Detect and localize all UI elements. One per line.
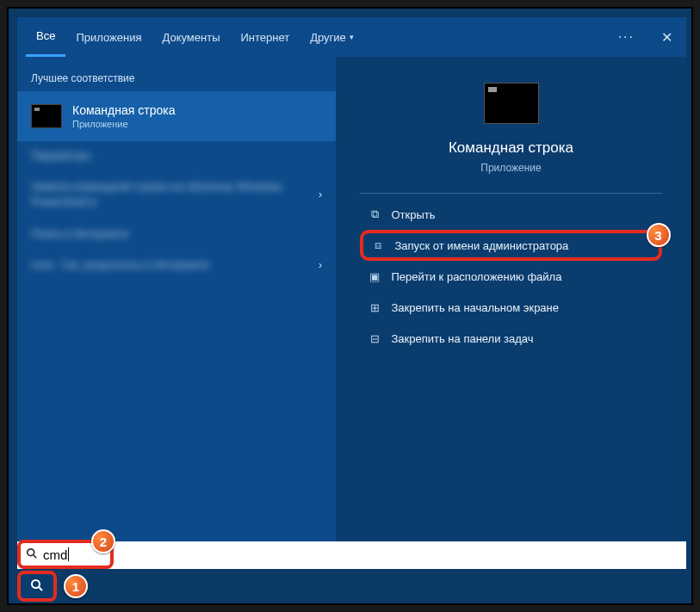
settings-result-text: Замена командной строки на оболочку Wind…: [31, 179, 319, 210]
tab-documents[interactable]: Документы: [152, 17, 230, 57]
preview-pane: Командная строка Приложение ⧉ Открыть ⧈ …: [336, 57, 686, 551]
action-run-as-admin[interactable]: ⧈ Запуск от имени администратора 3: [360, 230, 661, 261]
tab-apps[interactable]: Приложения: [65, 17, 152, 57]
preview-app-icon: [484, 83, 539, 124]
action-open[interactable]: ⧉ Открыть: [360, 199, 661, 230]
search-bar[interactable]: cmd: [17, 541, 686, 569]
settings-header: Параметры: [17, 141, 336, 170]
action-list: ⧉ Открыть ⧈ Запуск от имени администрато…: [360, 199, 661, 354]
taskbar-search-button[interactable]: 1: [17, 571, 57, 602]
text-cursor: [68, 547, 69, 561]
web-header: Поиск в Интернете: [17, 219, 336, 249]
tab-more[interactable]: Другие ▾: [300, 17, 364, 57]
search-icon: [26, 547, 38, 562]
svg-point-2: [32, 580, 40, 588]
best-match-header: Лучшее соответствие: [17, 65, 336, 91]
action-label: Открыть: [391, 208, 435, 221]
action-open-location[interactable]: ▣ Перейти к расположению файла: [360, 261, 661, 292]
preview-title: Командная строка: [449, 139, 573, 157]
result-subtitle: Приложение: [72, 119, 175, 129]
open-icon: ⧉: [365, 207, 384, 221]
action-label: Перейти к расположению файла: [391, 270, 561, 283]
svg-line-1: [34, 554, 37, 558]
results-column: Лучшее соответствие Командная строка При…: [17, 57, 336, 551]
close-button[interactable]: ✕: [654, 29, 679, 46]
search-query-text: cmd: [43, 547, 67, 562]
best-match-result[interactable]: Командная строка Приложение: [17, 91, 336, 141]
chevron-right-icon: ›: [319, 259, 322, 271]
tab-all[interactable]: Все: [26, 17, 65, 57]
settings-result[interactable]: Замена командной строки на оболочку Wind…: [17, 170, 336, 219]
step-badge-2: 2: [91, 529, 115, 553]
chevron-down-icon: ▾: [350, 33, 354, 41]
preview-subtitle: Приложение: [480, 162, 541, 174]
svg-point-0: [28, 548, 34, 555]
content-area: Лучшее соответствие Командная строка При…: [17, 57, 686, 551]
web-result-text: cmd - См. результаты в Интернете: [31, 257, 209, 273]
step-badge-3: 3: [647, 223, 671, 247]
web-result[interactable]: cmd - См. результаты в Интернете ›: [17, 249, 336, 281]
action-label: Закрепить на панели задач: [391, 332, 533, 345]
action-pin-taskbar[interactable]: ⊟ Закрепить на панели задач: [360, 323, 661, 354]
svg-line-3: [39, 587, 42, 590]
cmd-icon: [31, 104, 62, 128]
action-label: Закрепить на начальном экране: [391, 301, 559, 314]
chevron-right-icon: ›: [319, 189, 322, 201]
more-options-button[interactable]: ···: [618, 29, 635, 45]
folder-icon: ▣: [365, 270, 384, 283]
admin-icon: ⧈: [369, 238, 387, 252]
filter-tabs: Все Приложения Документы Интернет Другие…: [17, 17, 686, 57]
action-label: Запуск от имени администратора: [394, 239, 568, 252]
divider: [360, 193, 661, 194]
search-icon: [30, 578, 44, 595]
action-pin-start[interactable]: ⊞ Закрепить на начальном экране: [360, 292, 661, 323]
step-badge-1: 1: [64, 574, 88, 598]
result-title: Командная строка: [72, 103, 175, 117]
pin-taskbar-icon: ⊟: [365, 332, 384, 345]
pin-start-icon: ⊞: [365, 301, 384, 314]
tab-more-label: Другие: [310, 31, 346, 44]
window-frame: Все Приложения Документы Интернет Другие…: [7, 7, 693, 605]
tab-internet[interactable]: Интернет: [230, 17, 300, 57]
search-panel: Все Приложения Документы Интернет Другие…: [17, 17, 686, 551]
